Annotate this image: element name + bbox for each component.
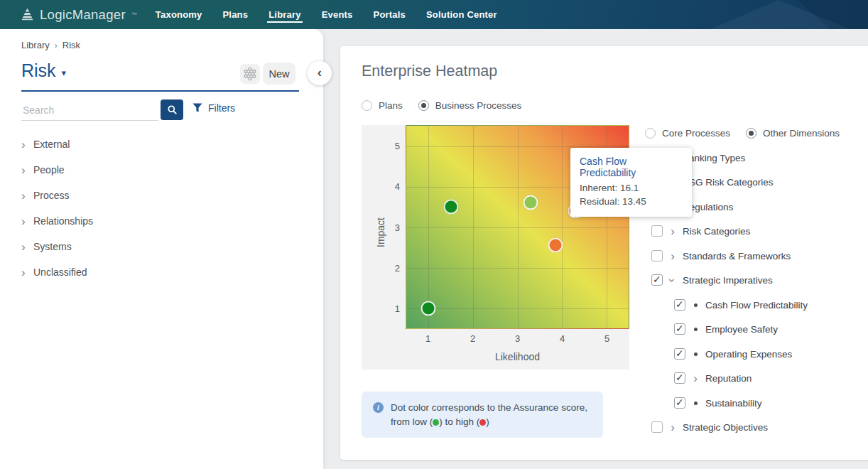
dimension-tree-item-operating-expenses[interactable]: Operating Expenses <box>674 345 792 362</box>
checkbox-unchecked[interactable] <box>651 421 663 433</box>
logicmanager-logo[interactable]: LogicManager ™ <box>20 7 137 23</box>
dimension-label: Standards & Frameworks <box>683 251 791 262</box>
dimension-label: Employee Safety <box>705 324 778 335</box>
radio-dot <box>749 131 754 136</box>
chevron-right-icon[interactable]: › <box>671 250 675 262</box>
dimension-radio-group: Core ProcessesOther Dimensions <box>645 128 840 139</box>
chevron-right-icon[interactable]: › <box>21 190 31 202</box>
assurance-legend: i Dot color corresponds to the Assurance… <box>362 392 603 438</box>
nav-item-events[interactable]: Events <box>320 6 354 23</box>
bullet-icon <box>694 328 698 331</box>
radio-label: Core Processes <box>662 128 730 139</box>
search-button[interactable] <box>161 99 183 120</box>
dimension-label: ESG Risk Categories <box>683 177 774 188</box>
sidebar-tree-item-people[interactable]: ›People <box>21 161 298 178</box>
sidebar-tree-item-external[interactable]: ›External <box>21 136 298 153</box>
source-radio-plans[interactable]: Plans <box>362 100 403 111</box>
heatmap-data-point[interactable] <box>523 195 538 210</box>
heatmap-data-point[interactable] <box>421 301 436 316</box>
dimension-tree-item-employee-safety[interactable]: Employee Safety <box>674 320 778 338</box>
radio-unselected-icon[interactable] <box>362 100 372 111</box>
tree-item-label: Relationships <box>33 215 93 227</box>
checkbox-checked[interactable] <box>674 397 685 409</box>
nav-item-taxonomy[interactable]: Taxonomy <box>154 6 204 23</box>
checkbox-checked[interactable] <box>651 274 663 286</box>
sidebar-tree-item-systems[interactable]: ›Systems <box>21 238 298 255</box>
tooltip-title: Cash Flow Predictability <box>580 156 683 178</box>
nav-item-portals[interactable]: Portals <box>372 6 407 23</box>
expander[interactable]: › <box>668 421 677 433</box>
breadcrumb-risk: Risk <box>63 40 80 50</box>
sidebar-tree-item-unclassified[interactable]: ›Unclassified <box>21 264 298 281</box>
breadcrumb-library[interactable]: Library <box>21 40 50 50</box>
dimension-radio-other-dimensions[interactable]: Other Dimensions <box>746 128 840 139</box>
dimension-tree-item-standards-frameworks[interactable]: ›Standards & Frameworks <box>651 247 791 264</box>
dimension-label: Strategic Objectives <box>683 422 768 433</box>
x-tick-label: 5 <box>604 333 609 344</box>
chevron-right-icon[interactable]: › <box>21 241 31 253</box>
dimension-tree-item-strategic-objectives[interactable]: ›Strategic Objectives <box>651 419 768 436</box>
filters-button[interactable]: Filters <box>192 102 235 114</box>
nav-item-library[interactable]: Library <box>267 6 302 23</box>
brand-trademark: ™ <box>131 11 137 18</box>
dimension-radio-core-processes[interactable]: Core Processes <box>645 128 730 139</box>
radio-unselected-icon[interactable] <box>645 128 656 139</box>
legend-line2-suffix: ) <box>486 416 489 427</box>
dimension-tree-item-strategic-imperatives[interactable]: ›Strategic Imperatives <box>651 271 773 289</box>
sidebar-tree-item-process[interactable]: ›Process <box>21 187 298 204</box>
dimension-label: Sustainability <box>705 398 762 409</box>
expander[interactable]: › <box>668 274 677 286</box>
legend-line1: Dot color corresponds to the Assurance s… <box>391 402 587 413</box>
legend-line2-mid: ) to high ( <box>439 416 479 427</box>
risk-title-dropdown[interactable]: Risk ▾ <box>21 60 66 81</box>
heatmap-data-point[interactable] <box>548 238 563 253</box>
nav-item-solution-center[interactable]: Solution Center <box>425 6 499 23</box>
brand-name: LogicManager <box>40 7 126 23</box>
dimension-tree-item-cash-flow-predictability[interactable]: Cash Flow Predictability <box>674 296 808 313</box>
breadcrumb-separator-icon: › <box>55 41 58 50</box>
chevron-right-icon[interactable]: › <box>21 266 31 279</box>
x-tick-label: 2 <box>470 333 475 344</box>
library-sidebar: Library › Risk Risk ▾ New <box>0 29 323 469</box>
gridline <box>406 227 629 228</box>
chevron-right-icon[interactable]: › <box>21 139 31 151</box>
dimension-tree-item-risk-categories[interactable]: ›Risk Categories <box>651 222 750 239</box>
checkbox-checked[interactable] <box>674 372 685 384</box>
search-input[interactable] <box>21 100 158 121</box>
new-button[interactable]: New <box>263 63 295 85</box>
chevron-right-icon[interactable]: › <box>671 421 675 433</box>
collapse-sidebar-button[interactable]: ‹ <box>308 61 332 85</box>
chevron-right-icon[interactable]: › <box>21 215 31 227</box>
checkbox-checked[interactable] <box>674 323 685 335</box>
radio-selected-icon[interactable] <box>746 128 756 139</box>
source-radio-business-processes[interactable]: Business Processes <box>418 100 522 111</box>
checkbox-checked[interactable] <box>674 348 685 360</box>
dimension-label: Operating Expenses <box>705 349 792 360</box>
chevron-right-icon[interactable]: › <box>671 225 675 237</box>
bullet-icon <box>694 401 698 405</box>
expander[interactable]: › <box>668 225 677 237</box>
filter-funnel-icon <box>192 103 202 113</box>
taxonomy-view-button[interactable] <box>240 64 260 84</box>
checkbox-unchecked[interactable] <box>651 250 663 262</box>
radio-selected-icon[interactable] <box>418 100 429 111</box>
chevron-down-icon[interactable]: › <box>666 278 678 282</box>
tree-item-label: People <box>33 164 65 176</box>
checkbox-unchecked[interactable] <box>651 225 663 237</box>
info-icon: i <box>373 402 384 413</box>
tree-item-label: Unclassified <box>33 266 87 278</box>
dimension-tree-item-sustainability[interactable]: Sustainability <box>674 394 762 411</box>
tree-item-label: Process <box>33 190 70 201</box>
dimension-label: Risk Categories <box>683 226 750 237</box>
expander[interactable]: › <box>691 372 700 384</box>
expander[interactable]: › <box>668 250 677 262</box>
heatmap-title: Enterprise Heatmap <box>362 63 497 80</box>
chevron-right-icon[interactable]: › <box>21 164 31 176</box>
chevron-right-icon[interactable]: › <box>693 372 698 384</box>
sidebar-tree-item-relationships[interactable]: ›Relationships <box>21 212 298 230</box>
checkbox-checked[interactable] <box>674 299 685 311</box>
heatmap-data-point[interactable] <box>443 200 458 215</box>
dimension-label: Banking Types <box>683 153 745 163</box>
nav-item-plans[interactable]: Plans <box>222 6 250 23</box>
dimension-tree-item-reputation[interactable]: ›Reputation <box>674 370 752 387</box>
